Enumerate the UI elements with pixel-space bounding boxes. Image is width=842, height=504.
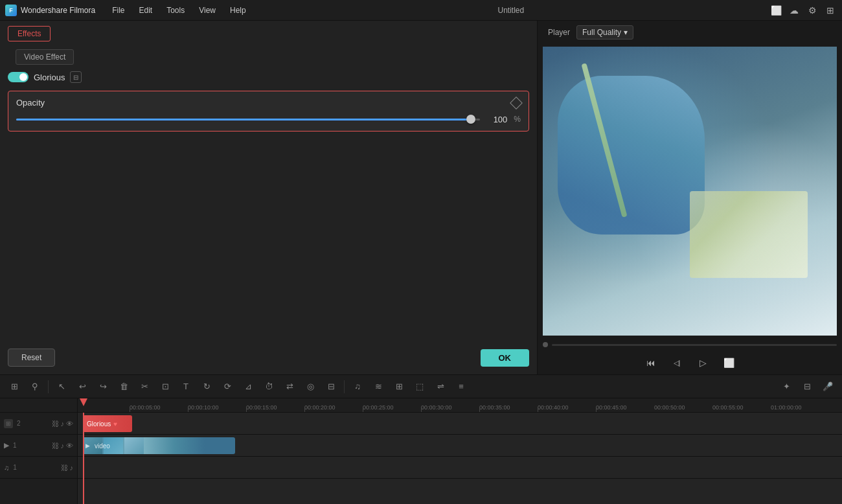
- glorious-toggle[interactable]: [8, 72, 28, 82]
- audio-track-vol-icon[interactable]: ♪: [70, 464, 74, 472]
- cam-icon[interactable]: ⬚: [411, 378, 429, 396]
- ruler-mark-7: 00:00:35:00: [479, 404, 510, 411]
- top-right-icons: ⬜ ☁ ⚙ ⊞: [769, 4, 837, 17]
- audio-icon[interactable]: ♫: [348, 378, 367, 396]
- opacity-label: Opacity: [16, 98, 45, 108]
- magnet-icon[interactable]: ⚲: [26, 378, 44, 396]
- panel-footer: Reset OK: [0, 341, 537, 374]
- text-icon[interactable]: T: [177, 378, 195, 396]
- audio-track-controls: ⛓ ♪: [61, 464, 74, 472]
- opacity-unit: %: [514, 115, 521, 124]
- slider-thumb[interactable]: [466, 115, 475, 124]
- tune-icon[interactable]: ≡: [452, 378, 470, 396]
- progress-track[interactable]: [552, 344, 837, 346]
- menu-view[interactable]: View: [192, 3, 222, 17]
- clip-icon[interactable]: ⊞: [390, 378, 408, 396]
- crop-preview-button[interactable]: ⬜: [721, 355, 736, 371]
- ruler-line-2: [188, 408, 188, 412]
- opacity-slider[interactable]: [16, 114, 480, 124]
- layout-icon[interactable]: ⊞: [824, 4, 837, 17]
- cloud-icon[interactable]: ☁: [788, 4, 801, 17]
- audio-track-row: [78, 457, 842, 479]
- effect-info-icon[interactable]: ⊟: [70, 71, 82, 83]
- video-track-row: ▶ video: [78, 435, 842, 457]
- cut-icon[interactable]: ✂: [135, 378, 154, 396]
- track-1-eye-icon[interactable]: 👁: [66, 442, 73, 450]
- menu-bar: F Wondershare Filmora File Edit Tools Vi…: [0, 0, 842, 21]
- ruler-line-4: [304, 408, 305, 412]
- audio-track-link-icon[interactable]: ⛓: [61, 464, 68, 472]
- keyframe-diamond-icon[interactable]: [510, 97, 523, 109]
- clip-thumb-3: [124, 437, 144, 454]
- crop-icon[interactable]: ⊡: [156, 378, 174, 396]
- delete-icon[interactable]: 🗑: [115, 378, 133, 396]
- rotate-icon[interactable]: ↻: [198, 378, 216, 396]
- frame-back-button[interactable]: ◁|: [669, 355, 685, 371]
- chevron-down-icon: ▾: [624, 28, 628, 37]
- ruler-line-6: [421, 408, 422, 412]
- toolbar-sep-2: [344, 380, 345, 393]
- ruler-mark-10: 00:00:50:00: [654, 404, 685, 411]
- layers-icon[interactable]: ⊟: [798, 378, 816, 396]
- video-track-icon: ▶: [4, 441, 9, 450]
- clip-video-label: video: [95, 442, 110, 450]
- ok-button[interactable]: OK: [481, 349, 530, 367]
- ruler-mark-4: 00:00:20:00: [304, 404, 336, 411]
- menu-edit[interactable]: Edit: [133, 3, 159, 17]
- timeline-area: ⊞ ⚲ ↖ ↩ ↪ 🗑 ✂ ⊡ T ↻ ⟳ ⊿ ⏱ ⇄ ◎ ⊟ ♫ ≋ ⊞ ⬚ …: [0, 374, 842, 504]
- mic-icon[interactable]: 🎤: [819, 378, 837, 396]
- step-back-button[interactable]: ⏮: [643, 355, 659, 371]
- settings-icon[interactable]: ⚙: [806, 4, 819, 17]
- transform-icon[interactable]: ⊿: [239, 378, 257, 396]
- transition-icon[interactable]: ⇌: [431, 378, 449, 396]
- adjust-icon[interactable]: ⊟: [322, 378, 340, 396]
- progress-dot[interactable]: [543, 342, 548, 347]
- ruler-line-5: [363, 408, 363, 412]
- effects-tab[interactable]: Effects: [8, 26, 51, 41]
- track-label-audio: ♫ 1 ⛓ ♪: [0, 457, 77, 479]
- video-effect-button[interactable]: Video Effect: [16, 49, 74, 65]
- render-icon[interactable]: ✦: [777, 378, 795, 396]
- playhead[interactable]: [83, 413, 84, 504]
- ruler-mark-12: 01:00:00:00: [771, 404, 802, 411]
- undo-icon[interactable]: ↩: [73, 378, 91, 396]
- loop-icon[interactable]: ⟳: [218, 378, 236, 396]
- cursor-icon[interactable]: ↖: [52, 378, 71, 396]
- track-2-audio-icon[interactable]: ♪: [61, 420, 65, 428]
- video-clip[interactable]: ▶ video: [83, 437, 235, 454]
- track-1-controls: ⛓ ♪ 👁: [52, 442, 74, 450]
- effect-name-label: Glorious: [34, 73, 65, 82]
- multitrack-icon[interactable]: ⊞: [5, 378, 23, 396]
- add-track-icon[interactable]: ⊞: [4, 419, 13, 428]
- play-button[interactable]: ▷: [695, 355, 711, 371]
- track-1-link-icon[interactable]: ⛓: [52, 442, 59, 450]
- menu-file[interactable]: File: [106, 3, 131, 17]
- track-2-eye-icon[interactable]: 👁: [66, 420, 73, 428]
- track-2-num: 2: [17, 420, 25, 427]
- menu-items: File Edit Tools View Help: [106, 3, 253, 17]
- clock-icon[interactable]: ⏱: [260, 378, 278, 396]
- mask-icon[interactable]: ◎: [301, 378, 319, 396]
- monitor-icon[interactable]: ⬜: [769, 4, 782, 17]
- reset-button[interactable]: Reset: [8, 349, 55, 367]
- track-label-effect: ⊞ 2 ⛓ ♪ 👁: [0, 413, 77, 435]
- track-1-audio-icon[interactable]: ♪: [61, 442, 65, 450]
- glove-decoration: [558, 76, 705, 235]
- audio-track-num: 1: [13, 464, 21, 471]
- ruler-spacer: [0, 398, 77, 413]
- glorious-effect-row: Glorious ⊟: [0, 66, 537, 88]
- mirror-icon[interactable]: ⇄: [280, 378, 299, 396]
- ruler-mark-3: 00:00:15:00: [246, 404, 277, 411]
- ruler-line-8: [538, 408, 538, 412]
- quality-dropdown[interactable]: Full Quality ▾: [576, 25, 633, 40]
- player-bar: Player Full Quality ▾: [538, 21, 842, 44]
- redo-icon[interactable]: ↪: [94, 378, 112, 396]
- menu-tools[interactable]: Tools: [160, 3, 191, 17]
- glorious-clip[interactable]: Glorious ♥: [83, 415, 132, 432]
- menu-help[interactable]: Help: [223, 3, 253, 17]
- ruler-line-3: [246, 408, 247, 412]
- player-label: Player: [548, 28, 570, 37]
- track-2-controls: ⛓ ♪ 👁: [52, 420, 74, 428]
- normalize-icon[interactable]: ≋: [369, 378, 387, 396]
- track-2-link-icon[interactable]: ⛓: [52, 420, 59, 428]
